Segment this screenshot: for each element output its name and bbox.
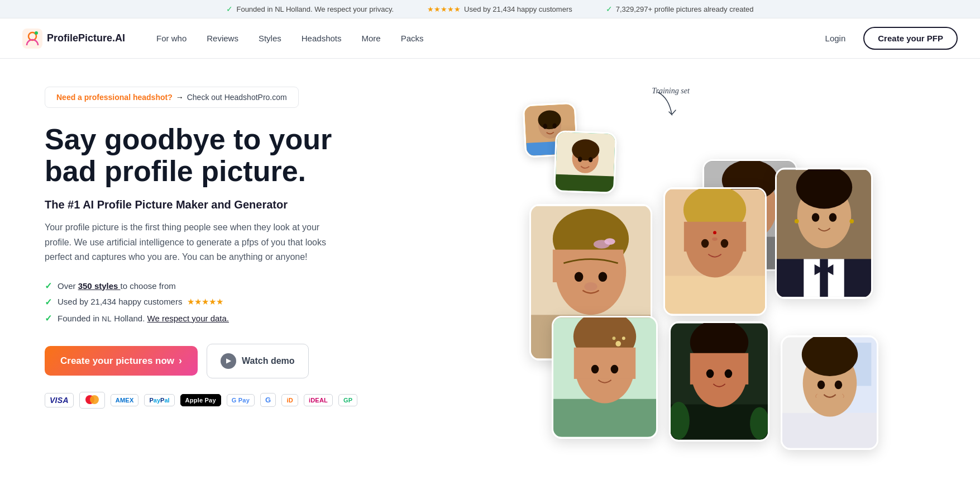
payment-row: VISA AMEX PayPal Apple Pay G Pay G iD iD… (45, 392, 402, 409)
feature-styles-text: Over 350 styles to choose from (58, 281, 176, 291)
svg-point-24 (598, 272, 607, 282)
svg-point-65 (612, 336, 615, 340)
feature-customers-text: Used by 21,434 happy customers ★★★★★ (58, 297, 223, 307)
sub-heading: The #1 AI Profile Picture Maker and Gene… (45, 198, 402, 211)
svg-rect-76 (782, 413, 877, 448)
nav-actions: Login Create your PFP (816, 27, 958, 50)
mastercard-badge (79, 392, 105, 409)
heading-line1: Say goodbye to your (45, 123, 332, 155)
svg-point-55 (849, 219, 854, 224)
svg-point-82 (834, 381, 842, 389)
svg-rect-35 (665, 276, 765, 314)
mc-icon (84, 395, 100, 405)
check-icon-5: ✓ (45, 313, 52, 324)
nav-more[interactable]: More (353, 29, 390, 48)
svg-point-40 (720, 239, 728, 248)
svg-rect-57 (553, 399, 656, 437)
banner-pictures: ✓ 7,329,297+ profile pictures already cr… (606, 4, 754, 13)
svg-point-42 (713, 231, 716, 234)
privacy-link[interactable]: We respect your data. (147, 314, 229, 323)
svg-point-53 (829, 213, 836, 221)
nav-reviews[interactable]: Reviews (198, 29, 247, 48)
main-heading: Say goodbye to your bad profile picture. (45, 124, 402, 187)
feature-list: ✓ Over 350 styles to choose from ✓ Used … (45, 281, 402, 324)
feature-customers: ✓ Used by 21,434 happy customers ★★★★★ (45, 297, 402, 307)
ideal-badge: iDEAL (304, 394, 333, 406)
svg-point-39 (701, 239, 709, 248)
svg-point-54 (794, 219, 799, 224)
svg-point-64 (622, 336, 625, 340)
create-pfp-button[interactable]: Create your PFP (863, 27, 958, 50)
hero-left: Need a professional headshot? → Check ou… (45, 81, 402, 443)
nav-packs[interactable]: Packs (392, 29, 433, 48)
nav-links: For who Reviews Styles Headshots More Pa… (147, 29, 816, 48)
training-photo-2 (553, 130, 617, 194)
google-pay-badge: G Pay (227, 394, 255, 406)
cta-arrow-icon: › (179, 355, 182, 367)
image-collage: Training set (524, 81, 836, 439)
check-icon-2: ✓ (606, 4, 613, 13)
svg-point-63 (615, 341, 621, 347)
banner-customers: ★★★★★ Used by 21,434 happy customers (427, 4, 572, 13)
navbar: ProfilePicture.AI For who Reviews Styles… (0, 18, 980, 59)
svg-point-62 (610, 365, 618, 373)
nav-headshots[interactable]: Headshots (293, 29, 351, 48)
svg-rect-0 (22, 29, 42, 49)
ai-photo-6 (669, 321, 769, 442)
stars-icon: ★★★★★ (427, 5, 461, 13)
svg-rect-17 (555, 174, 614, 192)
promo-label: Need a professional headshot? (56, 93, 173, 102)
svg-point-61 (591, 365, 599, 373)
svg-rect-46 (820, 259, 828, 297)
banner-founded-text: Founded in NL Holland. We respect your p… (236, 5, 394, 13)
svg-point-71 (706, 369, 714, 378)
promo-link: Check out HeadshotPro.com (187, 93, 287, 102)
svg-rect-60 (573, 348, 635, 379)
feature-styles: ✓ Over 350 styles to choose from (45, 281, 402, 291)
cta-buttons: Create your pictures now › ▶ Watch demo (45, 344, 402, 378)
svg-point-23 (574, 272, 583, 282)
google-badge: G (260, 393, 276, 407)
ai-photo-5 (552, 316, 658, 439)
styles-link[interactable]: 350 styles (78, 281, 121, 291)
svg-rect-38 (683, 222, 745, 252)
id-badge: iD (281, 394, 298, 406)
hero-right: Training set (424, 81, 935, 443)
gp-badge: GP (338, 394, 357, 406)
apple-pay-badge: Apple Pay (180, 394, 221, 406)
paypal-badge: PayPal (144, 394, 174, 406)
login-button[interactable]: Login (816, 29, 855, 48)
heading-line2: bad profile picture. (45, 155, 306, 187)
check-icon-4: ✓ (45, 297, 52, 307)
svg-point-27 (604, 238, 615, 245)
promo-banner[interactable]: Need a professional headshot? → Check ou… (45, 87, 299, 108)
watch-demo-button[interactable]: ▶ Watch demo (207, 344, 309, 378)
svg-point-2 (35, 31, 38, 35)
ai-photo-3 (663, 187, 767, 316)
check-icon: ✓ (226, 4, 233, 13)
svg-point-81 (817, 381, 825, 389)
svg-point-52 (811, 213, 819, 221)
main-content: Need a professional headshot? → Check ou… (0, 59, 980, 476)
amex-badge: AMEX (111, 394, 139, 406)
feature-founded: ✓ Founded in NL Holland. We respect your… (45, 313, 402, 324)
svg-point-4 (90, 395, 99, 404)
svg-rect-70 (690, 353, 748, 385)
ai-photo-4 (775, 168, 873, 299)
svg-point-25 (584, 282, 597, 291)
banner-founded: ✓ Founded in NL Holland. We respect your… (226, 4, 394, 13)
nav-styles[interactable]: Styles (250, 29, 290, 48)
svg-point-49 (821, 267, 828, 273)
training-arrow (641, 81, 686, 126)
svg-point-72 (724, 369, 732, 378)
nav-for-who[interactable]: For who (147, 29, 195, 48)
visa-badge: VISA (45, 393, 74, 407)
play-icon: ▶ (221, 353, 236, 369)
svg-point-41 (712, 238, 718, 241)
description: Your profile picture is the first thing … (45, 220, 346, 264)
cta-secondary-label: Watch demo (242, 356, 295, 366)
create-pictures-button[interactable]: Create your pictures now › (45, 346, 198, 376)
banner-customers-text: Used by 21,434 happy customers (464, 5, 572, 13)
logo[interactable]: ProfilePicture.AI (22, 29, 125, 49)
promo-arrow: → (176, 93, 184, 102)
